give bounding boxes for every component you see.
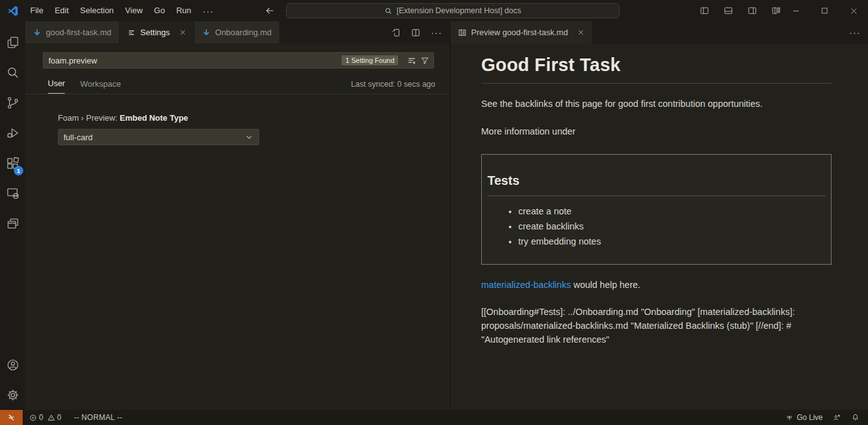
tab-close-icon[interactable]	[179, 29, 186, 36]
extensions-badge: 1	[14, 166, 23, 175]
materialized-backlinks-link[interactable]: materialized-backlinks	[481, 280, 571, 290]
more-actions-icon[interactable]: ···	[849, 28, 860, 37]
split-editor-icon[interactable]	[411, 28, 421, 38]
menu-view[interactable]: View	[120, 0, 148, 21]
explorer-icon[interactable]	[0, 27, 25, 57]
more-actions-icon[interactable]: ···	[431, 28, 442, 37]
preview-paragraph-2: More information under	[481, 125, 832, 139]
tab-label: Preview good-first-task.md	[471, 28, 568, 37]
window-maximize-button[interactable]	[810, 0, 839, 21]
editor-group-right-tabs: Preview good-first-task.md ···	[450, 21, 868, 43]
preview-title: Good First Task	[481, 55, 832, 75]
tab-label: Settings	[140, 28, 170, 37]
accounts-icon[interactable]	[0, 350, 25, 380]
link-references-paragraph: [[Onboarding#Tests]: ../Onboarding.md "O…	[481, 306, 832, 346]
menu-selection[interactable]: Selection	[74, 0, 119, 21]
filter-settings-icon[interactable]	[420, 56, 430, 65]
activity-bar: 1	[0, 21, 25, 410]
menu-file[interactable]: File	[25, 0, 49, 21]
remote-indicator-button[interactable]	[0, 410, 23, 425]
chevron-down-icon	[245, 133, 253, 141]
error-count: 0	[39, 413, 43, 422]
list-item: try embedding notes	[518, 236, 825, 246]
window-close-button[interactable]	[839, 0, 868, 21]
problems-errors-button[interactable]: 0	[29, 413, 43, 422]
tab-label: good-first-task.md	[46, 28, 111, 37]
source-control-icon[interactable]	[0, 87, 25, 118]
broadcast-icon	[785, 413, 794, 422]
scope-tab-workspace[interactable]: Workspace	[80, 79, 121, 94]
open-settings-json-icon[interactable]	[391, 28, 401, 38]
extensions-icon[interactable]: 1	[0, 148, 25, 178]
preview-paragraph-1: See the backlinks of this page for good …	[481, 97, 832, 111]
list-item: create backlinks	[518, 221, 825, 231]
window-minimize-button[interactable]	[781, 0, 810, 21]
toggle-panel-icon[interactable]	[723, 6, 733, 16]
notifications-bell-icon[interactable]	[851, 413, 860, 422]
remote-explorer-icon[interactable]	[0, 178, 25, 208]
menu-go[interactable]: Go	[148, 0, 170, 21]
embedded-note-rule	[487, 196, 825, 196]
scope-tab-user[interactable]: User	[48, 79, 65, 94]
editor-tabs-row: good-first-task.md Settings Onboarding.	[25, 21, 868, 43]
title-bar: File Edit Selection View Go Run ··· [Ext…	[0, 0, 868, 21]
feedback-icon[interactable]	[832, 413, 842, 422]
settings-editor: 1 Setting Found User Workspace Last sync…	[25, 43, 450, 410]
menu-edit[interactable]: Edit	[49, 0, 74, 21]
menu-run[interactable]: Run	[170, 0, 197, 21]
editor-group-left-tabs: good-first-task.md Settings Onboarding.	[25, 21, 450, 43]
markdown-file-icon	[202, 28, 211, 37]
settings-search-input[interactable]	[48, 56, 342, 65]
setting-title: Foam › Preview: Embed Note Type	[58, 113, 450, 123]
problems-warnings-button[interactable]: 0	[47, 413, 62, 422]
markdown-file-icon	[33, 28, 42, 37]
list-item: create a note	[518, 206, 825, 216]
link-suffix-text: would help here.	[571, 280, 640, 290]
heading-rule	[481, 83, 832, 84]
run-debug-icon[interactable]	[0, 118, 25, 148]
clear-settings-filter-icon[interactable]	[407, 56, 416, 65]
last-synced-label: Last synced: 0 secs ago	[351, 80, 435, 94]
warning-count: 0	[57, 413, 62, 422]
tab-label: Onboarding.md	[215, 28, 272, 37]
tab-preview-good-first-task[interactable]: Preview good-first-task.md	[450, 21, 593, 43]
embed-note-type-dropdown[interactable]: full-card	[58, 129, 259, 145]
toggle-primary-sidebar-icon[interactable]	[699, 6, 709, 16]
go-live-button[interactable]: Go Live	[785, 413, 823, 422]
tab-good-first-task[interactable]: good-first-task.md	[25, 21, 120, 43]
vim-mode-indicator[interactable]: -- NORMAL --	[74, 413, 122, 422]
vscode-logo-icon	[8, 6, 18, 16]
tab-close-icon[interactable]	[577, 29, 584, 36]
setting-name-label: Embed Note Type	[120, 113, 188, 123]
settings-result-count-badge: 1 Setting Found	[342, 55, 398, 65]
settings-scope-tabs: User Workspace Last synced: 0 secs ago	[48, 79, 435, 94]
embedded-note-list: create a note create backlinks try embed…	[487, 206, 825, 246]
windows-view-icon[interactable]	[0, 208, 25, 238]
search-view-icon[interactable]	[0, 57, 25, 87]
setting-foam-preview-embed-note-type: Foam › Preview: Embed Note Type full-car…	[25, 94, 450, 145]
tab-onboarding[interactable]: Onboarding.md	[194, 21, 280, 43]
settings-search-box: 1 Setting Found	[43, 52, 434, 69]
go-live-label: Go Live	[797, 413, 823, 422]
setting-category-label: Foam › Preview:	[58, 113, 120, 123]
customize-layout-icon[interactable]	[771, 6, 781, 16]
manage-gear-icon[interactable]	[0, 380, 25, 410]
markdown-preview-icon	[458, 28, 467, 37]
command-center-search[interactable]: [Extension Development Host] docs	[286, 3, 620, 18]
embedded-note-title: Tests	[487, 174, 825, 188]
nav-back-icon[interactable]	[265, 6, 275, 16]
preview-paragraph-3: materialized-backlinks would help here.	[481, 279, 832, 292]
embedded-note-card: Tests create a note create backlinks try…	[481, 154, 832, 265]
command-center-label: [Extension Development Host] docs	[396, 6, 521, 15]
markdown-preview-pane: Good First Task See the backlinks of thi…	[450, 43, 868, 410]
settings-editor-icon	[127, 28, 136, 37]
status-bar: 0 0 -- NORMAL -- Go Live	[0, 410, 868, 425]
tab-settings[interactable]: Settings	[120, 21, 194, 43]
dropdown-selected-value: full-card	[64, 133, 92, 142]
toggle-secondary-sidebar-icon[interactable]	[747, 6, 757, 16]
menu-overflow-button[interactable]: ···	[197, 6, 220, 16]
search-icon	[384, 7, 392, 15]
